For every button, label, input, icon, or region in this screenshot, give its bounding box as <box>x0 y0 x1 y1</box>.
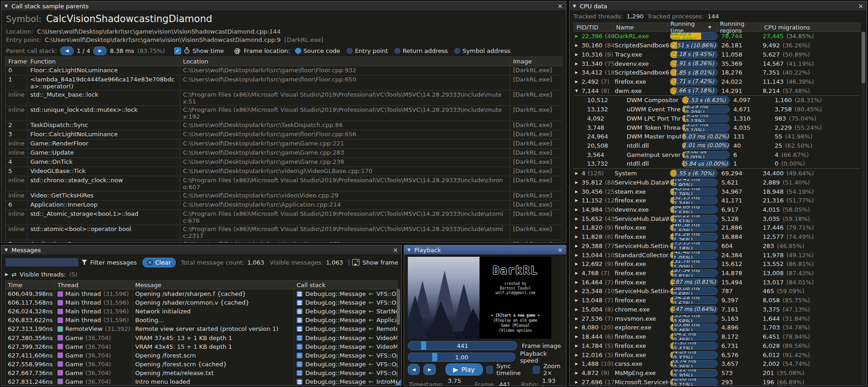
expand-icon[interactable]: ▶ <box>575 271 579 275</box>
message-callstack[interactable]: DebugLog::Message ← VideoMemo <box>294 342 397 351</box>
table-row[interactable]: ▶ 4,768 (7) firefox.exe 187.54 ms (0.81%… <box>573 269 860 278</box>
message-callstack[interactable]: DebugLog::Message ← RemoteVie <box>294 324 397 333</box>
collapse-icon[interactable]: ▼ <box>5 248 8 252</box>
table-row[interactable]: ▶ 27,536 (7) msvsmon.exe 133.45 ms (0.58… <box>573 314 860 323</box>
expand-icon[interactable]: ▶ <box>575 43 579 47</box>
message-callstack[interactable]: DebugLog::Message ← VFS::Open <box>294 369 397 377</box>
table-row[interactable]: 10,512 DWM Compositor Thread 1.53 s (6.6… <box>573 95 860 105</box>
col-image[interactable]: Image <box>510 58 562 65</box>
expand-icon[interactable]: ▶ <box>575 253 579 257</box>
table-row[interactable]: inline Game::RenderFloor C:\Users\wolf\D… <box>6 139 562 149</box>
scrollbar-thumb[interactable] <box>862 32 865 83</box>
sync-timeline-checkbox[interactable] <box>486 366 493 374</box>
filter-input[interactable] <box>5 258 79 267</box>
col-pid-tid[interactable]: PID/TID <box>574 23 613 31</box>
callstack-list-icon[interactable] <box>297 370 303 376</box>
close-icon[interactable]: × <box>858 3 863 9</box>
table-row[interactable]: inline std::unique_lock<std::mutex>::loc… <box>6 106 562 121</box>
expand-icon[interactable]: ▶ <box>575 190 579 194</box>
show-frame-checkbox[interactable] <box>348 259 349 266</box>
expand-icon[interactable]: ▶ <box>575 34 579 38</box>
list-item[interactable]: 626,833,622ns Main thread (31,596) Booti… <box>6 316 397 324</box>
col-cpu-migrations[interactable]: CPU migrations <box>761 23 860 31</box>
table-row[interactable]: ▶ 16,464 (7) firefox.exe 187 ms (0.81%) … <box>573 277 860 287</box>
col-running-time[interactable]: Running time▼ <box>668 23 717 31</box>
radio-icon[interactable] <box>454 48 460 54</box>
table-row[interactable]: ▶ 4,872 (9) MsMpEng.exe 70.22 ms (0.30%)… <box>573 369 860 378</box>
table-row[interactable]: inline std::_Atomic_storage<bool,1>::loa… <box>6 210 562 225</box>
expand-icon[interactable]: ▼ <box>575 89 579 93</box>
visible-threads-row[interactable]: ▶ ⇄ Visible threads: (5) <box>5 270 78 279</box>
expand-icon[interactable]: ▶ <box>575 353 579 357</box>
table-row[interactable]: 7 Application::Run C:\Users\wolf\Desktop… <box>6 240 562 243</box>
table-row[interactable]: 0 Floor::CalcLightNoLuminance C:\Users\w… <box>6 66 562 75</box>
expand-icon[interactable]: ▶ <box>575 244 579 248</box>
expand-icon[interactable]: ▶ <box>575 198 579 202</box>
col-running-regions[interactable]: Running regions <box>717 23 761 31</box>
table-row[interactable]: 3 Floor::CalcLightNoLuminance C:\Users\w… <box>6 130 562 139</box>
table-row[interactable]: ▶ 12,016 (3) firefox.exe 84.89 ms (0.37%… <box>573 350 860 359</box>
zoom-2x-checkbox[interactable] <box>533 366 539 374</box>
table-row[interactable]: ▶ 12,692 (9) firefox.exe 231.76 ms (1.00… <box>573 260 860 269</box>
expand-icon[interactable]: ▶ <box>575 335 579 339</box>
message-callstack[interactable]: DebugLog::Message ← IntroMenu:: <box>294 377 397 386</box>
frame-location-radio[interactable]: Source code <box>295 47 340 54</box>
table-row[interactable]: ▶ 29,388 (77) ServiceHub.SettingsHost 27… <box>573 242 860 251</box>
callstack-list-icon[interactable] <box>297 352 303 358</box>
step-back-button[interactable]: ◀ <box>408 364 420 375</box>
expand-icon[interactable]: ▶ <box>575 70 579 75</box>
message-callstack[interactable]: DebugLog::Message ← VFS::Open <box>294 298 397 307</box>
expand-icon[interactable]: ▶ <box>575 225 579 230</box>
table-row[interactable]: 13,132 uDWM Event Thread 68.29 ms (0.30%… <box>573 105 860 114</box>
callstack-list-icon[interactable] <box>297 361 303 367</box>
table-row[interactable]: ▶ 1,488 (10) csrss.exe 83.74 ms (0.36%) … <box>573 359 860 369</box>
table-row[interactable]: inline std::chrono::steady_clock::now C:… <box>6 176 562 191</box>
table-row[interactable]: ▶ 31,340 (75) devenv.exe 1.91 s (8.26%) … <box>573 59 860 68</box>
message-callstack[interactable]: DebugLog::Message ← VideoMemo <box>294 333 397 342</box>
expand-icon[interactable]: ▶ <box>575 280 579 284</box>
table-row[interactable]: 4,092 DWM LPC Port Thread 29.16 ms (0.13… <box>573 114 860 123</box>
close-icon[interactable]: × <box>557 247 563 253</box>
table-row[interactable]: 20,508 ntdll.dll 1.01 ms (0.00%) 40 25 (… <box>573 141 860 150</box>
expand-icon[interactable]: ▶ <box>575 52 579 57</box>
table-row[interactable]: 2 TaskDispatch::Sync C:\Users\wolf\Deskt… <box>6 121 562 130</box>
table-row[interactable]: inline std::atomic<bool>::operator bool … <box>6 225 562 240</box>
table-row[interactable]: inline std::_Mutex_base::lock C:\Program… <box>6 91 562 106</box>
col-callstack[interactable]: Call stack <box>294 281 397 289</box>
resize-handle[interactable] <box>395 379 401 385</box>
frame-location-radio[interactable]: Symbol address <box>454 47 510 54</box>
table-row[interactable]: ▶ 14,984 (50) devenv.exe 584.69 ms (2.53… <box>573 205 860 214</box>
expand-icon[interactable]: ▶ <box>575 80 579 84</box>
table-row[interactable]: ▶ 15,004 (8) chrome.exe 147 ms (0.64%) 7… <box>573 305 860 314</box>
expand-icon[interactable]: ▶ <box>575 217 579 221</box>
table-row[interactable]: ▶ 34,412 (18) ScriptedSandbox64.exe 1.85… <box>573 68 860 77</box>
expand-icon[interactable]: ▶ <box>575 235 579 239</box>
callstack-list-icon[interactable] <box>297 379 303 385</box>
radio-icon[interactable] <box>394 48 400 54</box>
list-item[interactable]: 626,024,328ns Main thread (31,596) Netwo… <box>6 307 397 316</box>
message-callstack[interactable]: DebugLog::Message ← StartNetwo <box>294 307 397 316</box>
list-item[interactable]: 606,117,568ns Main thread (31,596) Openi… <box>6 298 397 307</box>
frame-location-radio[interactable]: Entry point <box>347 47 388 54</box>
table-row[interactable]: ▶ 2,492 (7) firefox.exe 1.71 s (7.42%) 2… <box>573 77 860 87</box>
close-icon[interactable]: × <box>557 3 563 9</box>
table-row[interactable]: ▶ 10,316 (9) Tracy.exe 2.18 s (9.45%) 11… <box>573 50 860 59</box>
collapse-icon[interactable]: ▼ <box>5 4 8 8</box>
table-row[interactable]: ▶ 30,160 (84) ScriptedSandbox64.exe 2.51… <box>573 41 860 50</box>
callstack-list-icon[interactable] <box>297 308 303 314</box>
table-row[interactable]: ▶ 4 (126) System 1.55 s (6.70%) 69,294 3… <box>573 168 860 178</box>
collapse-icon[interactable]: ▼ <box>573 4 576 8</box>
callstack-titlebar[interactable]: ▼ Call stack sample parents × <box>1 1 566 11</box>
callstack-list-icon[interactable] <box>297 300 303 306</box>
clear-button[interactable]: × Clear <box>143 258 176 267</box>
table-row[interactable]: ▼ 7,144 (8) dwm.exe 1.66 s (7.18%) 14,29… <box>573 86 860 95</box>
table-row[interactable]: 4 Game::OnTick C:\Users\wolf\Desktop\dar… <box>6 158 562 167</box>
radio-icon[interactable] <box>295 48 301 54</box>
col-message[interactable]: Message <box>133 281 294 289</box>
list-item[interactable]: 627,313,190ns RemoteView (31,392) Remote… <box>6 324 397 333</box>
expand-icon[interactable]: ▶ <box>575 371 579 375</box>
table-row[interactable]: ▶ 11,820 (9) firefox.exe 346.58 ms (1.50… <box>573 223 860 232</box>
step-forward-button[interactable]: ▶ <box>423 364 435 375</box>
message-callstack[interactable]: DebugLog::Message ← VFS::Open <box>294 360 397 369</box>
table-row[interactable]: ▶ 11,152 (12) firefox.exe 632.15 ms (2.7… <box>573 196 860 205</box>
